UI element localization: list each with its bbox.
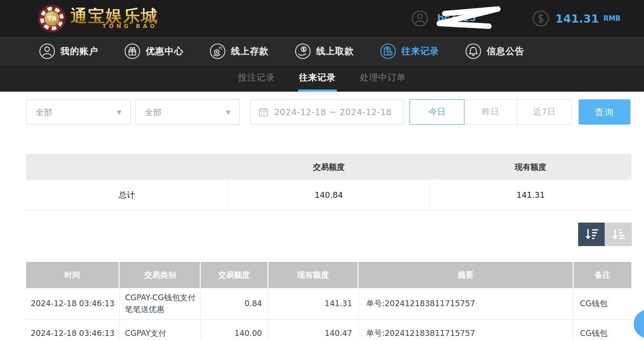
summary-transaction-amount: 140.84 bbox=[228, 180, 430, 210]
logo-text: 通宝娱乐城 TONG BAO bbox=[70, 8, 158, 29]
cell-amount: 140.00 bbox=[201, 320, 268, 340]
table-row: 2024-12-18 03:46:13 CGPAY支付 140.00 140.4… bbox=[26, 320, 631, 340]
category-dropdown-value: 全部 bbox=[145, 107, 161, 118]
summary-total-label: 总计 bbox=[26, 180, 228, 210]
cell-remark: CG钱包 bbox=[574, 288, 631, 319]
records-clipboard-clock-icon bbox=[380, 43, 396, 60]
username-wrap[interactable]: bc7325 bbox=[435, 8, 502, 29]
cell-type: CGPAY-CG钱包支付笔笔送优惠 bbox=[120, 288, 201, 319]
bell-icon bbox=[465, 43, 482, 60]
user-icon bbox=[39, 43, 55, 60]
chevron-down-icon: ▼ bbox=[117, 109, 121, 116]
sort-ascending-button[interactable] bbox=[605, 223, 632, 246]
sort-descending-icon bbox=[584, 226, 600, 242]
table-header-row: 时间 交易类别 交易额度 现有额度 摘要 备注 bbox=[26, 262, 631, 288]
site-logo[interactable]: TB 通宝娱乐城 TONG BAO bbox=[38, 5, 158, 33]
cell-type: CGPAY支付 bbox=[120, 320, 201, 340]
cell-summary: 单号:202412183811715757 bbox=[359, 288, 574, 319]
nav-label: 我的账户 bbox=[60, 45, 98, 57]
summary-header-transaction: 交易额度 bbox=[228, 154, 429, 180]
cell-balance: 141.31 bbox=[268, 288, 359, 319]
username-redaction-scribble bbox=[431, 5, 511, 32]
search-button[interactable]: 查询 bbox=[579, 99, 630, 125]
cell-remark: CG钱包 bbox=[574, 320, 631, 340]
cell-summary: 单号:202412183811715757 bbox=[359, 320, 574, 340]
nav-item-promotions[interactable]: 优惠中心 bbox=[124, 43, 184, 60]
date-range-value: 2024-12-18 ~ 2024-12-18 bbox=[274, 107, 391, 117]
date-range-picker[interactable]: 2024-12-18 ~ 2024-12-18 bbox=[250, 99, 404, 125]
cell-amount: 0.84 bbox=[201, 288, 268, 319]
last-7-days-button[interactable]: 近7日 bbox=[517, 99, 572, 125]
balance-currency: RMB bbox=[603, 14, 621, 23]
today-button[interactable]: 今日 bbox=[409, 99, 465, 125]
col-header-type: 交易类别 bbox=[120, 262, 201, 288]
summary-total-row: 总计 140.84 141.31 bbox=[26, 180, 631, 210]
col-header-summary: 摘要 bbox=[359, 262, 574, 288]
sub-tab-bar: 投注记录 往来记录 处理中订单 bbox=[0, 65, 644, 92]
nav-item-transaction-records[interactable]: 往来记录 bbox=[380, 43, 439, 60]
sort-descending-button[interactable] bbox=[578, 223, 605, 246]
summary-current-amount: 141.31 bbox=[430, 180, 631, 210]
top-header: TB 通宝娱乐城 TONG BAO bc7325 bbox=[0, 0, 644, 37]
summary-header-row: 交易额度 现有额度 bbox=[26, 154, 631, 180]
cell-time: 2024-12-18 03:46:13 bbox=[26, 288, 120, 319]
yesterday-button[interactable]: 昨日 bbox=[464, 99, 517, 125]
dollar-coin-icon bbox=[532, 10, 549, 27]
chip-tb-monogram: TB bbox=[44, 10, 60, 27]
nav-item-online-withdrawal[interactable]: 线上取款 bbox=[294, 43, 354, 60]
table-row: 2024-12-18 03:46:13 CGPAY-CG钱包支付笔笔送优惠 0.… bbox=[26, 288, 631, 320]
col-header-balance: 现有额度 bbox=[268, 262, 359, 288]
summary-header-empty bbox=[26, 154, 228, 180]
tab-betting-records[interactable]: 投注记录 bbox=[237, 65, 276, 92]
nav-item-online-deposit[interactable]: 线上存款 bbox=[209, 43, 269, 60]
transaction-records-page: TB 通宝娱乐城 TONG BAO bc7325 bbox=[0, 0, 644, 340]
deposit-hand-coin-icon bbox=[209, 43, 226, 60]
casino-chip-logo-icon: TB bbox=[38, 5, 66, 33]
sort-controls bbox=[578, 223, 632, 246]
balance-group[interactable]: 141.31 RMB bbox=[532, 10, 621, 27]
category-dropdown[interactable]: 全部 ▼ bbox=[135, 99, 240, 125]
cell-balance: 140.47 bbox=[268, 320, 359, 340]
nav-item-announcements[interactable]: 信息公告 bbox=[465, 43, 524, 60]
type-dropdown[interactable]: 全部 ▼ bbox=[26, 99, 131, 125]
calendar-icon bbox=[258, 107, 269, 117]
tab-processing-orders[interactable]: 处理中订单 bbox=[359, 65, 407, 92]
tab-transaction-records[interactable]: 往来记录 bbox=[298, 65, 337, 92]
user-area: bc7325 141.31 RMB bbox=[411, 8, 621, 29]
col-header-amount: 交易额度 bbox=[201, 262, 268, 288]
user-avatar-icon bbox=[411, 10, 428, 27]
gift-icon bbox=[124, 43, 141, 60]
withdraw-hand-dollar-icon bbox=[294, 43, 311, 60]
nav-item-my-account[interactable]: 我的账户 bbox=[39, 43, 98, 60]
floating-action-button[interactable] bbox=[634, 310, 644, 338]
filter-row: 全部 ▼ 全部 ▼ 2024-12-18 ~ 2024-12-18 今日 昨日 … bbox=[0, 99, 644, 125]
sort-ascending-icon bbox=[611, 226, 627, 242]
nav-label: 线上存款 bbox=[231, 45, 269, 57]
transactions-table: 时间 交易类别 交易额度 现有额度 摘要 备注 2024-12-18 03:46… bbox=[26, 262, 631, 340]
site-subtitle: TONG BAO bbox=[70, 23, 158, 29]
nav-label: 线上取款 bbox=[316, 45, 354, 57]
cell-time: 2024-12-18 03:46:13 bbox=[26, 320, 120, 340]
type-dropdown-value: 全部 bbox=[36, 107, 52, 118]
summary-header-current: 现有额度 bbox=[430, 154, 631, 180]
balance-amount: 141.31 bbox=[556, 12, 599, 25]
col-header-remark: 备注 bbox=[574, 262, 631, 288]
nav-label: 往来记录 bbox=[401, 45, 439, 57]
nav-label: 信息公告 bbox=[487, 45, 524, 57]
chevron-down-icon: ▼ bbox=[226, 109, 230, 116]
main-nav: 我的账户 优惠中心 线上存款 bbox=[0, 37, 644, 65]
summary-table: 交易额度 现有额度 总计 140.84 141.31 bbox=[26, 154, 631, 210]
col-header-time: 时间 bbox=[26, 262, 120, 288]
nav-label: 优惠中心 bbox=[146, 45, 184, 57]
